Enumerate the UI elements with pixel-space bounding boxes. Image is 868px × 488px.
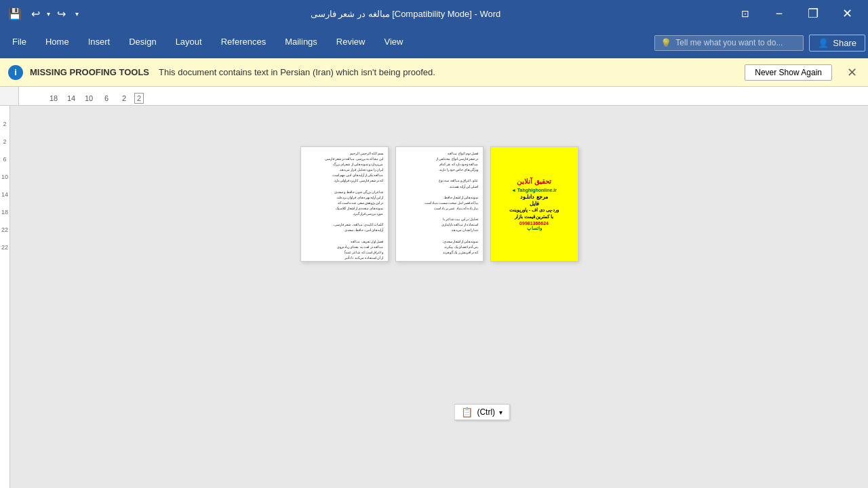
title-bar-controls: ⊡ − ❐ ✕ [730,3,863,24]
notification-bar: i MISSING PROOFING TOOLS This document c… [0,58,868,87]
tab-design[interactable]: Design [119,27,165,58]
help-button[interactable]: ⊡ [730,3,761,24]
share-button[interactable]: 👤 Share [809,35,865,52]
left-ruler-numbers: 2 2 6 10 14 18 22 22 [1,115,8,256]
paste-label: (Ctrl) [477,407,495,417]
left-mark-2a: 2 [1,115,8,133]
ruler-mark-2-box: 2 [134,93,144,104]
undo-dropdown-button[interactable]: ▾ [44,7,53,20]
notification-message: This document contains text in Persian (… [159,67,435,77]
horizontal-ruler: 18 14 10 6 2 2 [19,87,868,106]
tab-layout[interactable]: Layout [166,27,212,58]
page-2: فصل دوم: انواع مبالغه در شعر فارسی انواع… [395,146,484,262]
ruler-mark-2: 2 [117,94,132,102]
left-mark-22b: 22 [1,239,8,256]
left-mark-18: 18 [1,203,8,221]
vertical-ruler: 2 2 6 10 14 18 22 22 [0,106,10,488]
customize-qat-button[interactable]: ▾ [73,7,81,20]
title-bar: 💾 ↩ ▾ ↪ ▾ مبالغه در شعر فارسی [Compatibi… [0,0,868,27]
search-box[interactable]: 💡 [654,35,804,51]
ruler-area: 18 14 10 6 2 2 [0,87,868,106]
restore-button[interactable]: ❐ [797,3,829,24]
minimize-button[interactable]: − [764,3,795,24]
tab-insert[interactable]: Insert [79,27,120,58]
title-bar-left: 💾 ↩ ▾ ↪ ▾ [5,4,81,23]
left-mark-14: 14 [1,186,8,203]
search-input[interactable] [675,38,797,47]
page-3-ad: تحقیق آنلاین Tahghighonline.ir ◄ مرجع دا… [490,146,578,262]
save-button[interactable]: 💾 [5,4,24,23]
paste-hint-container: 📋 (Ctrl) ▾ [454,404,510,420]
main-area: 2 2 6 10 14 18 22 22 بسم الله الرحمن الر… [0,106,868,488]
never-show-again-button[interactable]: Never Show Again [745,64,832,81]
ruler-corner [0,87,19,106]
tab-view[interactable]: View [374,27,412,58]
info-icon: i [8,65,23,80]
page-1: بسم الله الرحمن الرحیم این مقاله به بررس… [300,146,389,262]
share-icon: 👤 [818,38,829,48]
tab-file[interactable]: File [3,27,36,58]
ruler-mark-10: 10 [81,94,96,102]
left-mark-6: 6 [1,150,8,168]
ribbon: File Home Insert Design Layout Reference… [0,27,868,58]
close-button[interactable]: ✕ [831,3,863,24]
notification-close-button[interactable]: ✕ [844,65,860,80]
document-title: مبالغه در شعر فارسی [Compatibility Mode]… [311,9,501,19]
tab-mailings[interactable]: Mailings [275,27,327,58]
paste-icon: 📋 [461,407,473,418]
left-mark-2b: 2 [1,133,8,150]
pages-row: بسم الله الرحمن الرحیم این مقاله به بررس… [300,146,578,262]
tab-references[interactable]: References [212,27,275,58]
tab-home[interactable]: Home [36,27,79,58]
left-mark-10: 10 [1,168,8,186]
notification-title: MISSING PROOFING TOOLS [30,67,149,77]
undo-button[interactable]: ↩ [28,5,43,23]
title-bar-title: مبالغه در شعر فارسی [Compatibility Mode]… [81,9,730,19]
share-label: Share [833,38,856,48]
ruler-mark-6: 6 [99,94,114,102]
page-2-content: فصل دوم: انواع مبالغه در شعر فارسی انواع… [396,147,483,262]
paste-dropdown-icon: ▾ [499,409,502,416]
document-area[interactable]: بسم الله الرحمن الرحیم این مقاله به بررس… [10,106,868,488]
page-1-content: بسم الله الرحمن الرحیم این مقاله به بررس… [301,147,388,262]
ruler-mark-18: 18 [46,94,61,102]
tab-review[interactable]: Review [327,27,375,58]
paste-hint[interactable]: 📋 (Ctrl) ▾ [454,404,510,420]
ribbon-search-area: 💡 👤 Share [654,27,865,58]
ad-content: تحقیق آنلاین Tahghighonline.ir ◄ مرجع دا… [491,147,578,261]
left-mark-22a: 22 [1,221,8,239]
ruler-mark-14: 14 [64,94,79,102]
undo-redo-group: ↩ ▾ ↪ [28,5,68,23]
zoom-marks: 18 14 10 6 2 2 [19,93,144,104]
redo-button[interactable]: ↪ [54,5,68,23]
